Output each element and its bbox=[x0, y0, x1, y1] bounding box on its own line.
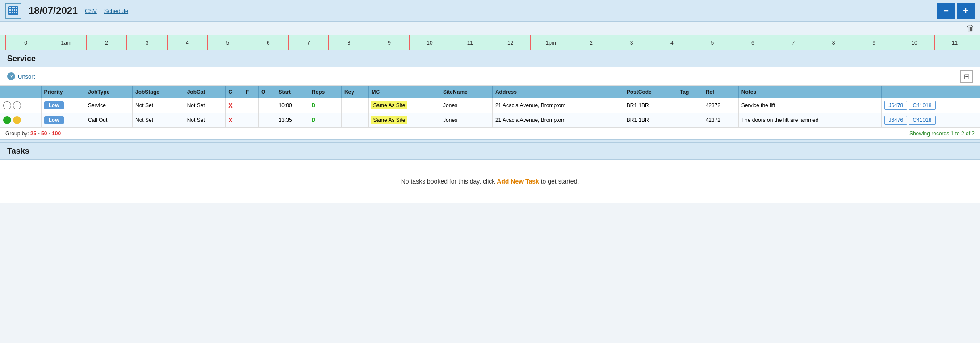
job-badge-1[interactable]: J6478 bbox=[884, 101, 907, 110]
col-start: Start bbox=[276, 86, 309, 98]
timeline-tick: 10 bbox=[409, 35, 449, 50]
unsort-link[interactable]: Unsort bbox=[18, 73, 35, 80]
c-cell: X bbox=[226, 98, 243, 113]
col-o: O bbox=[259, 86, 276, 98]
csv-link[interactable]: CSV bbox=[85, 8, 97, 14]
job-badge-2[interactable]: C41018 bbox=[909, 116, 935, 125]
badges-cell: J6478 C41018 bbox=[882, 98, 980, 113]
delete-icon[interactable]: 🗑 bbox=[967, 24, 975, 33]
circles bbox=[3, 101, 38, 109]
timeline-tick: 3 bbox=[126, 35, 167, 50]
priority-badge[interactable]: Low bbox=[44, 101, 64, 109]
zoom-in-button[interactable]: + bbox=[957, 3, 975, 19]
timeline-bar: 01am234567891011121pm234567891011 bbox=[0, 35, 980, 50]
mc-cell: Same As Site bbox=[369, 98, 440, 113]
tag-cell bbox=[677, 113, 703, 128]
col-c: C bbox=[226, 86, 243, 98]
mc-value: Same As Site bbox=[371, 116, 407, 124]
col-postcode: PostCode bbox=[624, 86, 677, 98]
col-mc: MC bbox=[369, 86, 440, 98]
service-section-header: Service bbox=[0, 50, 980, 67]
col-tag: Tag bbox=[677, 86, 703, 98]
circle-right bbox=[13, 101, 21, 109]
section-divider bbox=[0, 139, 980, 143]
showing-records: Showing records 1 to 2 of 2 bbox=[909, 130, 975, 137]
timeline-tick: 6 bbox=[248, 35, 288, 50]
group-25[interactable]: 25 bbox=[30, 130, 36, 137]
priority-badge[interactable]: Low bbox=[44, 116, 64, 124]
c-cell: X bbox=[226, 113, 243, 128]
tasks-body: No tasks booked for this day, click Add … bbox=[0, 160, 980, 203]
no-tasks-text-before: No tasks booked for this day, click bbox=[401, 178, 497, 185]
grid-view-icon[interactable]: ⊞ bbox=[960, 70, 973, 83]
status-circles-cell bbox=[0, 113, 42, 128]
mc-cell: Same As Site bbox=[369, 113, 440, 128]
timeline-tick: 7 bbox=[288, 35, 328, 50]
help-icon: ? bbox=[7, 72, 15, 80]
job-badge-1[interactable]: J6476 bbox=[884, 116, 907, 125]
reps-value: D bbox=[312, 117, 316, 123]
group-100[interactable]: 100 bbox=[52, 130, 61, 137]
circle-left bbox=[3, 101, 11, 109]
reps-cell: D bbox=[309, 98, 341, 113]
reps-value: D bbox=[312, 102, 316, 109]
col-jobcat: JobCat bbox=[184, 86, 226, 98]
address-cell: 21 Acacia Avenue, Bromptom bbox=[492, 113, 624, 128]
jobstage-cell: Not Set bbox=[133, 113, 184, 128]
key-cell bbox=[341, 98, 368, 113]
col-notes: Notes bbox=[738, 86, 882, 98]
postcode-cell: BR1 1BR bbox=[624, 98, 677, 113]
timeline-tick: 11 bbox=[450, 35, 490, 50]
jobtype-cell: Service bbox=[85, 98, 132, 113]
schedule-link[interactable]: Schedule bbox=[104, 8, 128, 14]
f-cell bbox=[243, 113, 258, 128]
group-50[interactable]: 50 bbox=[41, 130, 47, 137]
circles bbox=[3, 116, 38, 124]
timeline-tick: 9 bbox=[854, 35, 894, 50]
timeline-tick: 2 bbox=[86, 35, 126, 50]
timeline-tick: 6 bbox=[733, 35, 773, 50]
table-footer: Group by: 25 - 50 - 100 Showing records … bbox=[0, 128, 980, 139]
col-ref: Ref bbox=[703, 86, 738, 98]
jobcat-cell: Not Set bbox=[184, 98, 226, 113]
col-jobstage: JobStage bbox=[133, 86, 184, 98]
jobstage-cell: Not Set bbox=[133, 98, 184, 113]
reps-cell: D bbox=[309, 113, 341, 128]
x-mark: X bbox=[228, 102, 232, 109]
group-by-label: Group by: 25 - 50 - 100 bbox=[5, 130, 61, 137]
timeline-tick: 4 bbox=[652, 35, 692, 50]
mc-value: Same As Site bbox=[371, 101, 407, 109]
start-cell: 13:35 bbox=[276, 113, 309, 128]
o-cell bbox=[259, 113, 276, 128]
col-address: Address bbox=[492, 86, 624, 98]
notes-cell: Service the lift bbox=[738, 98, 882, 113]
job-badge-2[interactable]: C41018 bbox=[909, 101, 935, 110]
col-sitename: SiteName bbox=[440, 86, 493, 98]
col-key: Key bbox=[341, 86, 368, 98]
timeline-tick: 8 bbox=[328, 35, 369, 50]
add-new-task-link[interactable]: Add New Task bbox=[497, 178, 539, 185]
unsort-left: ? Unsort bbox=[7, 72, 35, 80]
table-header-row: Priority JobType JobStage JobCat C F O S… bbox=[0, 86, 980, 98]
badges-cell: J6476 C41018 bbox=[882, 113, 980, 128]
timeline-tick: 2 bbox=[571, 35, 611, 50]
zoom-out-button[interactable]: − bbox=[937, 3, 955, 19]
jobcat-cell: Not Set bbox=[184, 113, 226, 128]
unsort-row: ? Unsort ⊞ bbox=[0, 67, 980, 86]
circle-left bbox=[3, 116, 11, 124]
top-bar-left: 18/07/2021 CSV Schedule bbox=[5, 3, 937, 19]
sitename-cell: Jones bbox=[440, 98, 493, 113]
calendar-grid-icon bbox=[5, 3, 21, 19]
jobtype-cell: Call Out bbox=[85, 113, 132, 128]
timeline-tick: 5 bbox=[207, 35, 247, 50]
timeline-tick: 1pm bbox=[530, 35, 570, 50]
table-row[interactable]: LowServiceNot SetNot SetX10:00DSame As S… bbox=[0, 98, 980, 113]
timeline-tick: 1am bbox=[46, 35, 86, 50]
service-table-container: Priority JobType JobStage JobCat C F O S… bbox=[0, 86, 980, 128]
status-circles-cell bbox=[0, 98, 42, 113]
top-bar-right: − + bbox=[937, 3, 975, 19]
col-priority: Priority bbox=[41, 86, 85, 98]
table-row[interactable]: LowCall OutNot SetNot SetX13:35DSame As … bbox=[0, 113, 980, 128]
timeline-tick: 12 bbox=[490, 35, 530, 50]
col-jobtype: JobType bbox=[85, 86, 132, 98]
